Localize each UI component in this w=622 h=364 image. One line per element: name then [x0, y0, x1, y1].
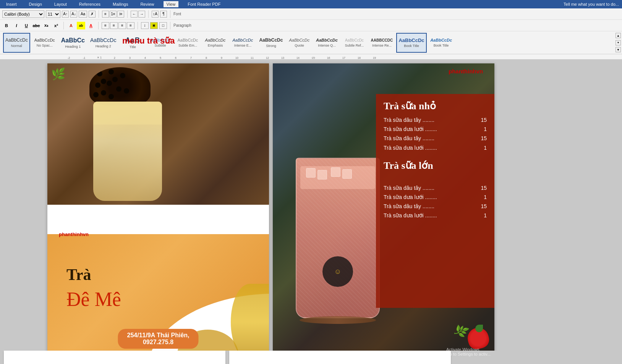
logo-icon: ☺	[334, 268, 341, 276]
main-document-area: 🌿 phanthinhvn Trà Đê Mê 254/11/9A Thái P…	[0, 60, 622, 364]
style-normal[interactable]: AaBbCcDc Normal	[3, 33, 30, 53]
right-side-area	[498, 63, 575, 360]
menu-item-4-price: 1	[475, 144, 487, 151]
style-quote[interactable]: AaBbCcDc Quote	[286, 33, 312, 53]
style-no-space[interactable]: AaBbCcDc No Spac...	[32, 33, 58, 53]
sort-button[interactable]: ↕A	[152, 11, 159, 18]
font-family-select[interactable]: Calibri (Body)	[2, 10, 44, 18]
gallery-scroll-up-button[interactable]: ▲	[616, 33, 621, 38]
ruler-mark-10: 9	[214, 57, 229, 59]
align-left-button[interactable]: ≡	[102, 22, 109, 29]
tab-review[interactable]: Review	[137, 1, 157, 7]
tab-design[interactable]: Design	[26, 1, 45, 7]
bubble-8	[116, 86, 121, 92]
style-active-label: Book Title	[404, 44, 419, 48]
underline-button[interactable]: U	[22, 22, 31, 29]
text-effects-button[interactable]: A	[67, 22, 75, 29]
menu-item-row-1: Trà sữa dâu tây ........ 15	[384, 116, 487, 123]
style-heading2[interactable]: AaBbCcDc Heading 2	[88, 33, 118, 53]
tab-mailings[interactable]: Mailings	[110, 1, 131, 7]
tab-references[interactable]: References	[76, 1, 104, 7]
banana-decoration	[231, 284, 269, 360]
menu-item-1-price: 15	[475, 116, 487, 123]
bubble-4	[101, 79, 106, 84]
decrease-indent-button[interactable]: ←	[131, 11, 138, 18]
style-intense-re[interactable]: AaBbCcDc Intense Re...	[369, 33, 395, 53]
de-me-title: Đê Mê	[66, 288, 121, 311]
style-normal-preview: AaBbCcDc	[5, 37, 28, 43]
menu-item-4-name: Trà sữa dưa lưới ........	[384, 144, 475, 151]
cup-cream	[93, 102, 162, 125]
tab-layout[interactable]: Layout	[51, 1, 70, 7]
bullet-list-button[interactable]: ≡	[102, 11, 109, 18]
style-no-space-preview: AaBbCcDc	[34, 38, 55, 43]
gallery-scroll-arrows: ▲ ▾ ▼	[615, 31, 621, 54]
ruler-mark-17: 16	[321, 57, 336, 59]
style-subtle-em[interactable]: AaBbCcDc Subtle Em...	[175, 33, 201, 53]
separator-2	[127, 10, 128, 18]
tab-fontreader[interactable]: Font Reader PDF	[185, 1, 224, 7]
font-grow-button[interactable]: A↑	[62, 11, 69, 18]
borders-button[interactable]: □	[159, 22, 167, 29]
style-strong-label: Strong	[266, 44, 276, 48]
ruler-mark-1: -2	[61, 57, 76, 59]
menu-item-7-price: 15	[475, 203, 487, 210]
bubble-2	[109, 69, 114, 74]
style-active-highlight[interactable]: AaBbCcDc Book Title	[396, 33, 426, 53]
separator-1	[99, 10, 99, 18]
style-strong[interactable]: AaBbCcDc Strong	[257, 33, 285, 53]
style-subtle-ref[interactable]: AaBbCcDc Subtle Ref...	[341, 33, 367, 53]
font-section-label: Font	[173, 12, 181, 16]
line-spacing-button[interactable]: ↕	[141, 22, 149, 29]
change-case-button[interactable]: Aa	[79, 11, 87, 18]
ruler-mark-20: 19	[367, 57, 382, 59]
style-intense-e-preview: AaBbCcDc	[232, 38, 253, 43]
menu-item-3-price: 15	[475, 135, 487, 142]
ice-cube-2	[317, 170, 327, 180]
text-highlight-button[interactable]: ab	[77, 22, 85, 29]
subscript-button[interactable]: x₂	[42, 22, 50, 29]
tab-view[interactable]: View	[164, 1, 179, 7]
font-size-select[interactable]: 11	[46, 10, 60, 18]
style-intense-e[interactable]: AaBbCcDc Intense E...	[230, 33, 256, 53]
list-buttons: ≡ 1≡ ⁞≡	[102, 11, 124, 18]
ribbon-font-row: Calibri (Body) 11 A↑ A↓ Aa ✗ ≡ 1≡ ⁞≡ ← →…	[0, 8, 622, 20]
style-book-title-label: Book Title	[434, 44, 449, 47]
style-active-preview: AaBbCcDc	[398, 37, 424, 44]
cup-ice	[300, 166, 375, 189]
bubble-1	[97, 71, 102, 76]
style-subtle-ref-preview: AaBbCcDc	[345, 38, 364, 43]
style-h1-preview: AaBbCc	[61, 37, 85, 44]
menu-overlay-box: Trà sữa nhỏ Trà sữa dâu tây ........ 15 …	[376, 94, 494, 308]
menu-item-2-name: Trà sữa dưa lưới ........	[384, 126, 475, 133]
bold-button[interactable]: B	[2, 22, 11, 29]
style-intense-e-label: Intense E...	[234, 44, 252, 47]
tell-me-input[interactable]: Tell me what you want to do...	[564, 2, 619, 6]
font-shrink-button[interactable]: A↓	[70, 11, 77, 18]
style-intense-re-label: Intense Re...	[372, 44, 392, 47]
style-book-title[interactable]: AaBbCcDc Book Title	[428, 33, 454, 53]
num-list-button[interactable]: 1≡	[110, 11, 117, 18]
justify-button[interactable]: ≡	[127, 22, 134, 29]
tra-title: Trà	[66, 265, 91, 284]
multilevel-list-button[interactable]: ⁞≡	[117, 11, 124, 18]
style-intense-q[interactable]: AaBbCcDc Intense Q...	[314, 33, 340, 53]
align-right-button[interactable]: ≡	[118, 22, 126, 29]
shading-button[interactable]: ▣	[150, 22, 158, 29]
tab-insert[interactable]: Insert	[3, 1, 20, 7]
font-color-button[interactable]: A	[87, 22, 95, 29]
italic-button[interactable]: I	[12, 22, 21, 29]
strikethrough-button[interactable]: abc	[32, 22, 40, 29]
menu-section-2-spacer	[384, 176, 487, 182]
style-emphasis[interactable]: AaBbCcDc Emphasis	[202, 33, 228, 53]
increase-indent-button[interactable]: →	[138, 11, 145, 18]
gallery-scroll-down-button[interactable]: ▼	[616, 47, 621, 52]
show-marks-button[interactable]: ¶	[160, 11, 167, 18]
clear-format-button[interactable]: ✗	[89, 11, 96, 18]
superscript-button[interactable]: x²	[52, 22, 60, 29]
address-line2: 0927.275.8	[127, 339, 189, 346]
ruler-mark-5: 4	[138, 57, 153, 59]
gallery-scroll-mid-button[interactable]: ▾	[616, 40, 621, 45]
style-heading1[interactable]: AaBbCc Heading 1	[59, 33, 87, 53]
align-center-button[interactable]: ≡	[110, 22, 118, 29]
